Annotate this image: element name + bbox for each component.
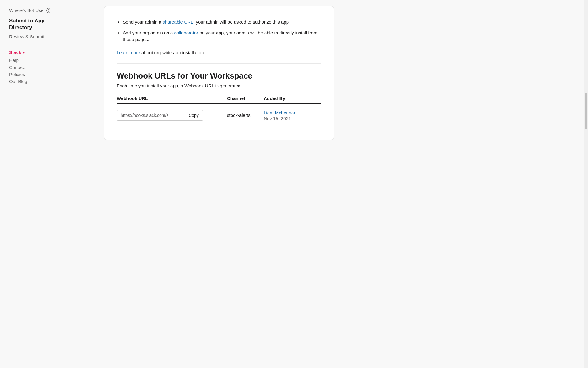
- webhook-url-input[interactable]: [117, 110, 184, 121]
- added-by-cell: Liam McLennan Nov 15, 2021: [264, 110, 321, 121]
- sidebar: Where's Bot User ? Submit to App Directo…: [0, 0, 92, 368]
- webhook-section-title: Webhook URLs for Your Workspace: [117, 71, 321, 81]
- footer-link-contact[interactable]: Contact: [9, 64, 82, 71]
- collaborator-link[interactable]: collaborator: [174, 30, 198, 35]
- webhook-url-cell: Copy: [117, 110, 227, 121]
- heart-icon: ♥: [22, 50, 25, 55]
- copy-button[interactable]: Copy: [184, 110, 203, 121]
- section-divider: [117, 63, 321, 64]
- webhook-section: Webhook URLs for Your Workspace Each tim…: [117, 71, 321, 127]
- table-header-url: Webhook URL: [117, 96, 227, 101]
- scrollbar[interactable]: [584, 0, 588, 368]
- added-by-name-link[interactable]: Liam McLennan: [264, 110, 321, 115]
- scrollbar-thumb[interactable]: [585, 93, 587, 129]
- main-content: Send your admin a shareable URL, your ad…: [92, 0, 588, 368]
- bullet-1-after: , your admin will be asked to authorize …: [193, 19, 289, 25]
- sidebar-item-review-submit[interactable]: Review & Submit: [9, 33, 82, 40]
- shareable-url-link[interactable]: shareable URL: [163, 19, 193, 25]
- footer-link-policies[interactable]: Policies: [9, 71, 82, 78]
- slack-heart-item: Slack ♥: [9, 50, 82, 55]
- sidebar-section-title-submit: Submit to App Directory: [9, 17, 82, 31]
- table-header-added-by: Added By: [264, 96, 321, 101]
- webhook-description: Each time you install your app, a Webhoo…: [117, 83, 321, 88]
- added-by-date: Nov 15, 2021: [264, 116, 321, 121]
- title-line2: Directory: [9, 25, 32, 30]
- content-card: Send your admin a shareable URL, your ad…: [104, 6, 334, 140]
- bullet-list: Send your admin a shareable URL, your ad…: [117, 19, 321, 43]
- webhook-table-header: Webhook URL Channel Added By: [117, 96, 321, 104]
- question-icon: ?: [46, 8, 51, 13]
- bullet-item-2: Add your org admin as a collaborator on …: [123, 29, 321, 43]
- footer-link-help[interactable]: Help: [9, 57, 82, 64]
- sidebar-item-wheres-bot[interactable]: Where's Bot User ?: [9, 6, 82, 14]
- bullet-item-1: Send your admin a shareable URL, your ad…: [123, 19, 321, 26]
- title-line1: Submit to App: [9, 18, 45, 24]
- slack-brand-label: Slack: [9, 50, 21, 55]
- table-row: Copy stock-alerts Liam McLennan Nov 15, …: [117, 104, 321, 127]
- learn-more-link[interactable]: Learn more: [117, 50, 140, 55]
- footer-link-our-blog[interactable]: Our Blog: [9, 78, 82, 85]
- learn-more-section: Learn more about org-wide app installati…: [117, 49, 321, 56]
- channel-cell: stock-alerts: [227, 110, 264, 118]
- bullet-1-before: Send your admin a: [123, 19, 163, 25]
- table-header-channel: Channel: [227, 96, 264, 101]
- wheres-bot-label: Where's Bot User: [9, 8, 45, 13]
- learn-more-after: about org-wide app installation.: [140, 50, 205, 55]
- bullet-2-before: Add your org admin as a: [123, 30, 174, 35]
- slack-footer-section: Slack ♥ Help Contact Policies Our Blog: [9, 50, 82, 85]
